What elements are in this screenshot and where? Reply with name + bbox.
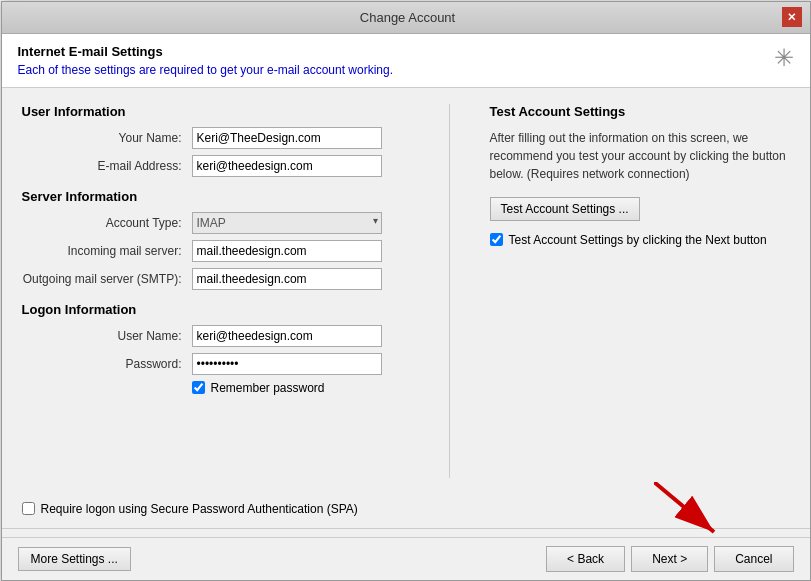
your-name-label: Your Name: xyxy=(22,131,192,145)
incoming-input[interactable] xyxy=(192,240,382,262)
email-address-input[interactable] xyxy=(192,155,382,177)
test-account-button[interactable]: Test Account Settings ... xyxy=(490,197,640,221)
email-address-label: E-mail Address: xyxy=(22,159,192,173)
username-row: User Name: xyxy=(22,325,419,347)
dialog-window: Change Account ✕ Internet E-mail Setting… xyxy=(1,1,811,581)
username-input[interactable] xyxy=(192,325,382,347)
close-button[interactable]: ✕ xyxy=(782,7,802,27)
banner-description: Each of these settings are required to g… xyxy=(18,63,394,77)
password-input[interactable] xyxy=(192,353,382,375)
incoming-row: Incoming mail server: xyxy=(22,240,419,262)
account-type-wrapper: IMAP POP3 xyxy=(192,212,382,234)
username-label: User Name: xyxy=(22,329,192,343)
dialog-title: Change Account xyxy=(34,10,782,25)
info-banner: Internet E-mail Settings Each of these s… xyxy=(2,34,810,88)
user-info-title: User Information xyxy=(22,104,419,119)
your-name-row: Your Name: xyxy=(22,127,419,149)
outgoing-row: Outgoing mail server (SMTP): xyxy=(22,268,419,290)
password-label: Password: xyxy=(22,357,192,371)
outgoing-input[interactable] xyxy=(192,268,382,290)
remember-label: Remember password xyxy=(211,381,325,395)
next-button[interactable]: Next > xyxy=(631,546,708,572)
bottom-bar: More Settings ... < Back Next > Cancel xyxy=(2,537,810,580)
nav-buttons: < Back Next > Cancel xyxy=(546,546,793,572)
logon-info-title: Logon Information xyxy=(22,302,419,317)
outgoing-label: Outgoing mail server (SMTP): xyxy=(22,272,192,286)
test-title: Test Account Settings xyxy=(490,104,790,119)
your-name-input[interactable] xyxy=(192,127,382,149)
account-type-select[interactable]: IMAP POP3 xyxy=(192,212,382,234)
test-next-label: Test Account Settings by clicking the Ne… xyxy=(509,233,767,247)
email-address-row: E-mail Address: xyxy=(22,155,419,177)
password-row: Password: xyxy=(22,353,419,375)
more-settings-button[interactable]: More Settings ... xyxy=(18,547,131,571)
account-type-label: Account Type: xyxy=(22,216,192,230)
right-panel: Test Account Settings After filling out … xyxy=(480,104,790,478)
back-button[interactable]: < Back xyxy=(546,546,625,572)
spa-row: Require logon using Secure Password Auth… xyxy=(2,494,810,520)
test-next-checkbox[interactable] xyxy=(490,233,503,246)
left-panel: User Information Your Name: E-mail Addre… xyxy=(22,104,419,478)
incoming-label: Incoming mail server: xyxy=(22,244,192,258)
cancel-button[interactable]: Cancel xyxy=(714,546,793,572)
server-info-title: Server Information xyxy=(22,189,419,204)
banner-text: Internet E-mail Settings Each of these s… xyxy=(18,44,394,77)
banner-heading: Internet E-mail Settings xyxy=(18,44,394,59)
titlebar: Change Account ✕ xyxy=(2,2,810,34)
divider xyxy=(2,528,810,529)
main-content: User Information Your Name: E-mail Addre… xyxy=(2,88,810,494)
remember-checkbox[interactable] xyxy=(192,381,205,394)
test-next-checkbox-row: Test Account Settings by clicking the Ne… xyxy=(490,233,790,247)
remember-row: Remember password xyxy=(22,381,419,395)
account-type-row: Account Type: IMAP POP3 xyxy=(22,212,419,234)
test-description: After filling out the information on thi… xyxy=(490,129,790,183)
spa-label: Require logon using Secure Password Auth… xyxy=(41,502,358,516)
wizard-icon: ✳ xyxy=(774,44,794,72)
vertical-divider xyxy=(449,104,450,478)
spa-checkbox[interactable] xyxy=(22,502,35,515)
